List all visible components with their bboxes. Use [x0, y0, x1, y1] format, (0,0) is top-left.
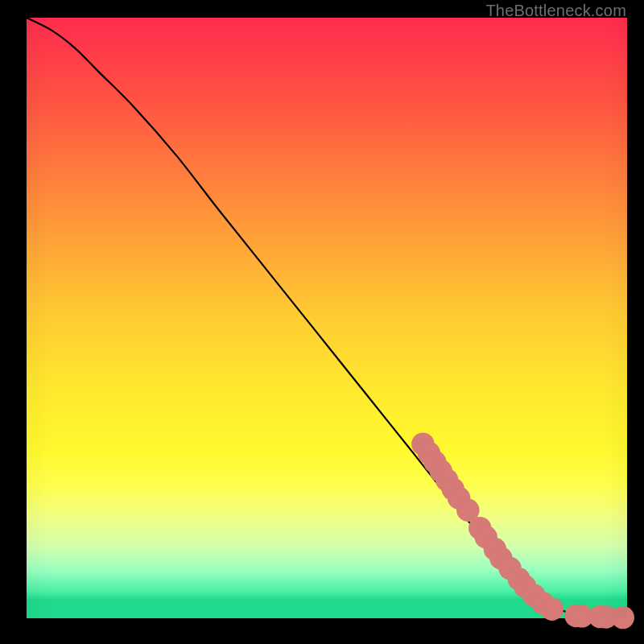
marker-point: [612, 606, 634, 629]
attribution-text: TheBottleneck.com: [485, 2, 626, 20]
curve-svg: [27, 18, 627, 618]
marker-point: [541, 598, 564, 621]
chart-frame: TheBottleneck.com: [0, 0, 644, 644]
bottleneck-curve: [27, 18, 627, 617]
plot-area: [27, 18, 627, 618]
highlighted-markers: [411, 432, 634, 629]
